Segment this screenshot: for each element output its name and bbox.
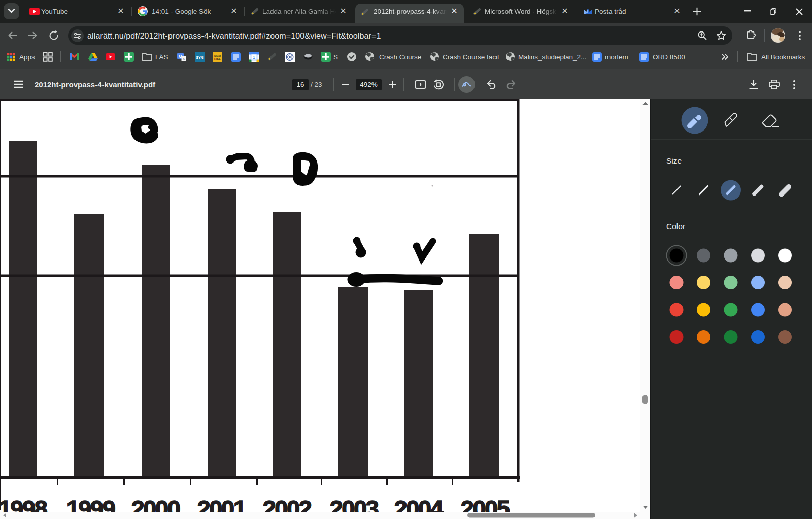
svg-text:Size: Size — [666, 156, 682, 165]
svg-text:Color: Color — [666, 222, 685, 231]
